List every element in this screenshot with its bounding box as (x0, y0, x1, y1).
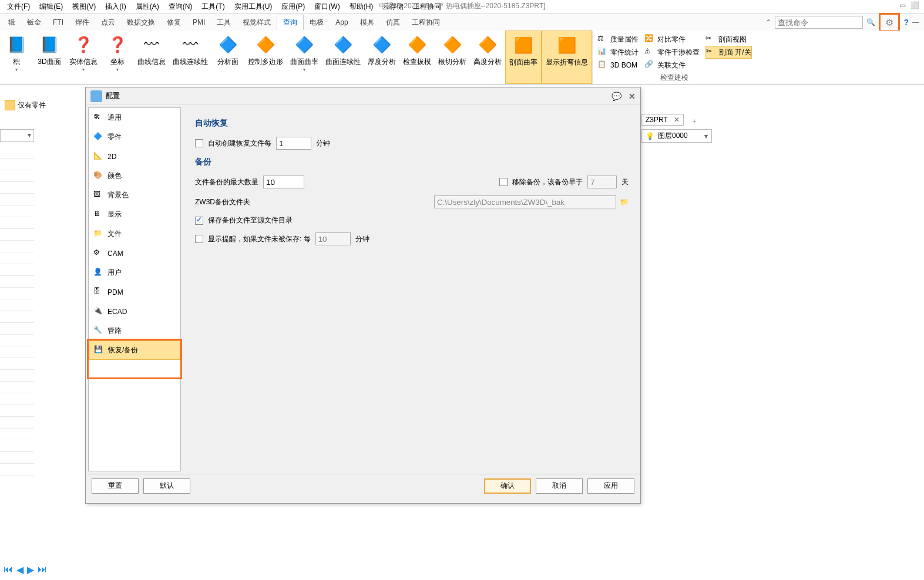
ribbon-sectiontoggle[interactable]: ✂剖面 开/关 (705, 46, 752, 59)
nav-pdm[interactable]: 🗄PDM (89, 282, 180, 302)
menu-insert[interactable]: 插入(I) (100, 1, 130, 13)
nav-file[interactable]: 📁文件 (89, 224, 180, 244)
ribbon-undercut[interactable]: 🔶根切分析 (435, 31, 470, 84)
tab-exchange[interactable]: 数据交换 (121, 15, 161, 30)
tab-mold[interactable]: 模具 (354, 15, 380, 30)
menu-view[interactable]: 视图(V) (68, 1, 100, 13)
tab-collab[interactable]: 工程协同 (406, 15, 446, 30)
nav-2d[interactable]: 📐2D (89, 147, 180, 166)
close-icon[interactable]: ✕ (674, 116, 680, 124)
skip-fwd-icon[interactable]: ⏭ (38, 564, 47, 575)
play-back-icon[interactable]: ◀ (16, 564, 23, 575)
ribbon-mass[interactable]: ⚖质量属性 (597, 33, 639, 46)
folder-browse-icon[interactable]: 📁 (620, 198, 629, 206)
menu-edit[interactable]: 编辑(E) (35, 1, 68, 13)
ribbon-bendinfo[interactable]: 🟧显示折弯信息 (542, 31, 592, 84)
ribbon-draft[interactable]: 🔶检查拔模 (399, 31, 435, 84)
tab-visual[interactable]: 视觉样式 (237, 15, 277, 30)
nav-part[interactable]: 🔷零件 (89, 127, 180, 147)
menu-query[interactable]: 查询(N) (164, 1, 197, 13)
dialog-bubble-icon[interactable]: 💬 (611, 92, 621, 101)
tab-weld[interactable]: 焊件 (69, 15, 95, 30)
input-backupfolder (434, 195, 616, 208)
btn-default[interactable]: 默认 (143, 478, 190, 494)
ribbon-thickness[interactable]: 🔷厚度分析 (364, 31, 399, 84)
ribbon-linkfile[interactable]: 🔗关联文件 (644, 59, 700, 72)
menu-file[interactable]: 文件(F) (2, 1, 35, 13)
tab-edit[interactable]: 辑 (2, 15, 21, 30)
minimize-icon[interactable]: ▭ (899, 1, 906, 9)
chk-remind[interactable] (195, 235, 203, 243)
btn-apply[interactable]: 应用 (587, 478, 634, 494)
chk-removebackup[interactable] (499, 178, 508, 186)
ribbon-curvecont[interactable]: 〰曲线连续性 (169, 31, 211, 84)
ribbon-entityinfo[interactable]: ❓实体信息▾ (66, 31, 101, 84)
btn-cancel[interactable]: 取消 (536, 478, 583, 494)
layer-combo[interactable]: 💡 图层0000 ▾ (641, 129, 712, 143)
ribbon-3dcurve[interactable]: 📘3D曲面 (33, 31, 66, 84)
nav-color[interactable]: 🎨颜色 (89, 166, 180, 186)
nav-user[interactable]: 👤用户 (89, 263, 180, 282)
chevron-down-icon[interactable]: ▾ (704, 132, 708, 140)
ribbon-surfcont[interactable]: 🔷曲面连续性 (322, 31, 364, 84)
ribbon-curveinfo[interactable]: 〰曲线信息 (134, 31, 169, 84)
menu-util[interactable]: 实用工具(U) (230, 1, 277, 13)
input-autocreate-min[interactable] (276, 137, 311, 150)
ribbon-volume[interactable]: 📘积▾ (0, 31, 33, 84)
tab-app[interactable]: App (330, 16, 354, 29)
tab-pointcloud[interactable]: 点云 (95, 15, 121, 30)
ribbon-compare[interactable]: 🔀对比零件 (644, 33, 700, 46)
ribbon-ctrlpoly[interactable]: 🔶控制多边形 (244, 31, 287, 84)
part-icon (5, 100, 15, 110)
menu-help[interactable]: 帮助(H) (345, 1, 378, 13)
left-combo[interactable]: ▾ (0, 129, 34, 142)
nav-display[interactable]: 🖥显示 (89, 205, 180, 224)
nav-cam[interactable]: ⚙CAM (89, 244, 180, 263)
menu-app[interactable]: 应用(P) (277, 1, 310, 13)
ribbon-sectionview[interactable]: ✂剖面视图 (705, 33, 752, 46)
part-only-pill[interactable]: 仅有零件 (5, 100, 46, 110)
tab-pmi[interactable]: PMI (187, 16, 211, 29)
btn-reset[interactable]: 重置 (92, 478, 139, 494)
chk-autocreate[interactable] (195, 139, 203, 147)
ribbon-analyzeface[interactable]: 🔷分析面 (211, 31, 244, 84)
btn-ok[interactable]: 确认 (484, 478, 531, 494)
play-fwd-icon[interactable]: ▶ (27, 564, 34, 575)
ribbon-interfere[interactable]: ⚠零件干涉检查 (644, 46, 700, 59)
nav-backup[interactable]: 💾恢复/备份 (89, 340, 180, 360)
doc-tab[interactable]: Z3PRT ✕ (641, 114, 684, 126)
ribbon-sectioncurv[interactable]: 🟧剖面曲率 (505, 31, 542, 84)
search-icon[interactable]: 🔍 (866, 18, 875, 26)
help-icon[interactable]: ? (903, 18, 909, 27)
tab-electrode[interactable]: 电极 (304, 15, 330, 30)
tab-sheetmetal[interactable]: 钣金 (21, 15, 47, 30)
add-tab-icon[interactable]: ＋ (691, 116, 698, 126)
chk-savetosrc[interactable] (195, 217, 203, 225)
nav-pipe[interactable]: 🔧管路 (89, 321, 180, 340)
ribbon-partstat[interactable]: 📊零件统计 (597, 46, 639, 59)
ribbon-surfcurv[interactable]: 🔷曲面曲率▾ (287, 31, 322, 84)
minimize2-icon[interactable]: — (912, 18, 919, 26)
menu-attr[interactable]: 属性(A) (131, 1, 164, 13)
menu-tools[interactable]: 工具(T) (197, 1, 229, 13)
ribbon-3dbom[interactable]: 📋3D BOM (597, 59, 639, 72)
tab-fti[interactable]: FTI (47, 16, 69, 29)
nav-ecad[interactable]: 🔌ECAD (89, 302, 180, 321)
nav-general[interactable]: 🛠通用 (89, 108, 180, 127)
menu-window[interactable]: 窗口(W) (310, 1, 344, 13)
tab-tool[interactable]: 工具 (211, 15, 237, 30)
skip-back-icon[interactable]: ⏮ (4, 564, 13, 575)
maximize-icon[interactable]: ⬜ (910, 1, 919, 9)
input-removedays (587, 176, 617, 188)
nav-bg[interactable]: 🖼背景色 (89, 186, 180, 205)
input-maxbackup[interactable] (263, 176, 304, 188)
ribbon-height[interactable]: 🔶高度分析 (470, 31, 505, 84)
ribbon-coord[interactable]: ❓坐标▾ (101, 31, 134, 84)
tab-query[interactable]: 查询 (277, 15, 304, 30)
settings-gear-icon[interactable]: ⚙ (879, 13, 900, 32)
chevron-up-icon[interactable]: ⌃ (765, 18, 771, 26)
tab-repair[interactable]: 修复 (161, 15, 187, 30)
search-command-input[interactable] (775, 16, 863, 29)
dialog-close-icon[interactable]: ✕ (629, 92, 636, 101)
tab-sim[interactable]: 仿真 (380, 15, 406, 30)
